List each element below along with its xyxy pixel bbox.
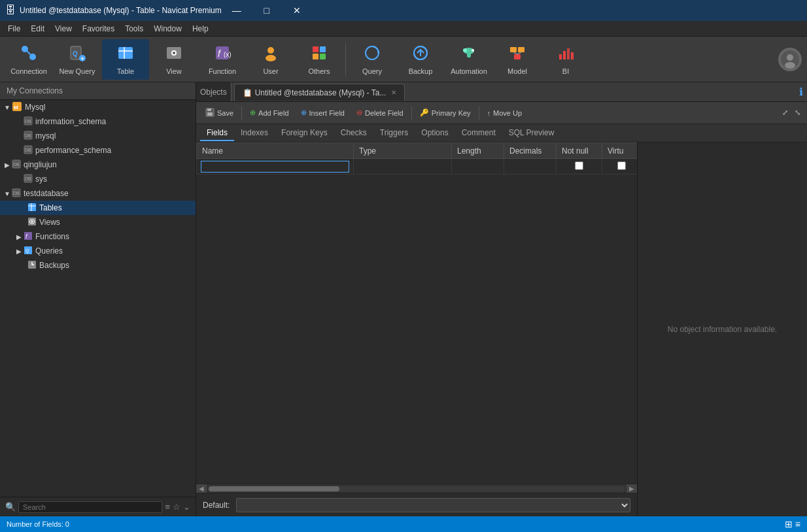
tree-item-mysql[interactable]: ▼ M Mysql (0, 100, 196, 114)
close-button[interactable]: ✕ (282, 0, 312, 21)
toolbar-new-query[interactable]: Q + New Query (54, 39, 101, 80)
svg-rect-36 (563, 51, 566, 59)
primary-key-button[interactable]: 🔑 Primary Key (415, 105, 476, 122)
name-input[interactable] (201, 161, 349, 173)
menu-favorites[interactable]: Favorites (77, 21, 120, 36)
default-select[interactable] (236, 498, 630, 512)
tree-item-qingliujun[interactable]: ▶ DB qingliujun (0, 158, 196, 172)
sidebar-tree[interactable]: ▼ M Mysql DB informati (0, 100, 196, 497)
scroll-track[interactable] (209, 486, 625, 491)
scroll-right-button[interactable]: ▶ (627, 484, 637, 493)
tree-item-backups[interactable]: Backups (0, 258, 196, 273)
decimals-cell[interactable] (504, 159, 557, 175)
toolbar-table[interactable]: Table (102, 39, 149, 80)
collapse-button[interactable]: ⤢ (780, 105, 791, 122)
name-cell[interactable] (197, 159, 354, 175)
tree-item-views[interactable]: Views (0, 215, 196, 229)
length-cell[interactable] (452, 159, 504, 175)
menu-file[interactable]: File (3, 21, 26, 36)
info-panel: No object information available. (637, 142, 807, 516)
table-grid[interactable]: Name Type Length Decimals Not null Virtu (196, 142, 637, 484)
bi-icon (557, 44, 575, 66)
delete-field-button[interactable]: ⊖ Delete Field (351, 105, 409, 122)
minimize-button[interactable]: — (222, 0, 252, 21)
info-icon[interactable]: ℹ (799, 86, 803, 98)
layout-list-button[interactable]: ≡ (795, 519, 800, 529)
toolbar-backup[interactable]: Backup (397, 39, 444, 80)
table-area: Name Type Length Decimals Not null Virtu (196, 142, 637, 516)
tree-item-sys[interactable]: DB sys (0, 172, 196, 186)
toolbar-view[interactable]: View (150, 39, 197, 80)
function-label: Function (209, 67, 236, 75)
menu-tools[interactable]: Tools (120, 21, 148, 36)
insert-field-button[interactable]: ⊕ Insert Field (296, 105, 350, 122)
search-input[interactable] (18, 501, 162, 513)
save-icon (205, 108, 215, 118)
toolbar-function[interactable]: f (x) Function (199, 39, 246, 80)
menu-window[interactable]: Window (148, 21, 187, 36)
tab-checks[interactable]: Checks (334, 125, 373, 141)
main-tab[interactable]: 📋 Untitled @testdatabase (Mysql) - Ta...… (234, 84, 405, 101)
tree-item-tables[interactable]: Tables (0, 201, 196, 215)
maximize-button[interactable]: □ (252, 0, 282, 21)
virtual-checkbox[interactable] (617, 161, 626, 170)
svg-rect-7 (118, 47, 133, 59)
tab-options[interactable]: Options (415, 125, 455, 141)
toolbar-bi[interactable]: BI (542, 39, 589, 80)
type-cell[interactable] (354, 159, 452, 175)
user-label: User (263, 67, 278, 75)
tab-triggers[interactable]: Triggers (373, 125, 415, 141)
move-up-button[interactable]: ↑ Move Up (482, 105, 528, 122)
save-button[interactable]: Save (200, 105, 239, 122)
tab-close-button[interactable]: ✕ (391, 89, 396, 96)
table-row-1[interactable] (197, 159, 638, 175)
model-label: Model (507, 67, 527, 75)
menu-view[interactable]: View (50, 21, 77, 36)
notnull-checkbox[interactable] (575, 161, 583, 170)
virtual-cell[interactable] (602, 159, 638, 175)
scroll-thumb[interactable] (209, 486, 339, 491)
sidebar: My Connections ▼ M Mysql (0, 82, 196, 516)
tree-item-information-schema[interactable]: DB information_schema (0, 114, 196, 129)
objects-tab[interactable]: Objects (196, 82, 232, 101)
tree-item-performance-schema[interactable]: DB performance_schema (0, 143, 196, 158)
star-icon[interactable]: ☆ (173, 502, 180, 512)
menu-edit[interactable]: Edit (26, 21, 50, 36)
search-icon: 🔍 (5, 502, 16, 512)
tab-comment[interactable]: Comment (455, 125, 502, 141)
svg-point-17 (266, 55, 276, 61)
svg-point-16 (267, 47, 274, 54)
toolbar-others[interactable]: Others (296, 39, 343, 80)
expand-button[interactable]: ⤡ (792, 105, 803, 122)
expand-icon[interactable]: ⌄ (183, 502, 190, 512)
tree-item-testdatabase[interactable]: ▼ DB testdatabase (0, 186, 196, 201)
toolbar-query[interactable]: Query (349, 39, 396, 80)
insert-field-icon: ⊕ (301, 108, 307, 117)
status-bar: Number of Fields: 0 ⊞ ≡ (0, 516, 807, 532)
tree-item-mysql-db[interactable]: DB mysql (0, 129, 196, 143)
sort-icon[interactable]: ≡ (165, 502, 170, 512)
scroll-left-button[interactable]: ◀ (196, 484, 207, 493)
no-info-message: No object information available. (668, 325, 777, 334)
testdatabase-label: testdatabase (24, 189, 196, 198)
tab-fields[interactable]: Fields (200, 125, 234, 141)
tab-foreign-keys[interactable]: Foreign Keys (275, 125, 334, 141)
layout-grid-button[interactable]: ⊞ (785, 519, 793, 529)
db-icon: DB (24, 174, 33, 185)
add-field-button[interactable]: ⊕ Add Field (245, 105, 294, 122)
tree-item-queries[interactable]: ▶ Q Queries (0, 244, 196, 258)
tab-sql-preview[interactable]: SQL Preview (502, 125, 561, 141)
toolbar-model[interactable]: Model (494, 39, 541, 80)
svg-rect-21 (320, 54, 326, 59)
toolbar-user[interactable]: User (247, 39, 294, 80)
horizontal-scrollbar[interactable]: ◀ ▶ (196, 484, 637, 493)
profile-button[interactable] (778, 48, 802, 71)
toolbar: Connection Q + New Query Table (0, 37, 807, 82)
toolbar-connection[interactable]: Connection (5, 39, 52, 80)
query-label: Query (362, 67, 382, 75)
menu-help[interactable]: Help (187, 21, 214, 36)
tree-item-functions[interactable]: ▶ f Functions (0, 229, 196, 244)
tab-indexes[interactable]: Indexes (234, 125, 275, 141)
notnull-cell[interactable] (557, 159, 602, 175)
toolbar-automation[interactable]: Automation (445, 39, 492, 80)
